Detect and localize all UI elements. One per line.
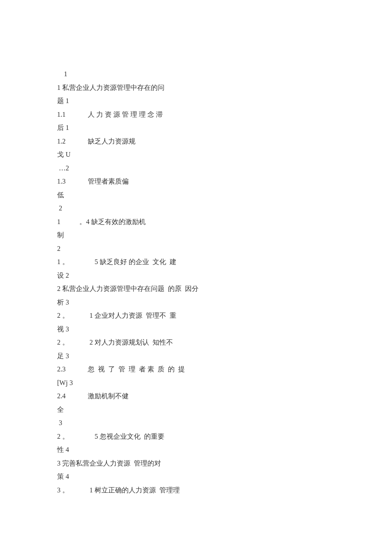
toc-line: 2 私营企业人力资源管理中存在问题 的原 因分 bbox=[57, 282, 335, 296]
toc-line: …2 bbox=[57, 161, 335, 175]
toc-line: 戈 U bbox=[57, 148, 335, 161]
toc-line: 2 bbox=[57, 201, 335, 215]
toc-line: 1 bbox=[57, 67, 335, 81]
toc-line: 全 bbox=[57, 403, 335, 417]
toc-line: 设 2 bbox=[57, 269, 335, 282]
toc-line: 策 4 bbox=[57, 470, 335, 483]
toc-line: 2.3 忽 视 了 管 理 者 素 质 的 提 bbox=[57, 362, 335, 376]
toc-line: 1 。 5 缺乏良好 的企业 文化 建 bbox=[57, 255, 335, 269]
document-page: 1 1 私营企业人力资源管理中存在的问 题 1 1.1 人 力 资 源 管 理 … bbox=[57, 67, 335, 497]
toc-line: 1 。4 缺乏有效的激励机 bbox=[57, 215, 335, 229]
toc-line: 视 3 bbox=[57, 322, 335, 336]
toc-line: 3 。 1 树立正确的人力资源 管理理 bbox=[57, 483, 335, 497]
toc-line: [Wj 3 bbox=[57, 376, 335, 390]
toc-line: 2 。 5 忽视企业文化 的重要 bbox=[57, 430, 335, 443]
toc-line: 题 1 bbox=[57, 94, 335, 108]
toc-line: 1.2 缺乏人力资源规 bbox=[57, 135, 335, 148]
toc-line: 1 私营企业人力资源管理中存在的问 bbox=[57, 81, 335, 95]
toc-line: 3 完善私营企业人力资源 管理的对 bbox=[57, 457, 335, 470]
toc-line: 1.3 管理者素质偏 bbox=[57, 175, 335, 188]
toc-line: 性 4 bbox=[57, 443, 335, 457]
toc-line: 2 。 2 对人力资源规划认 知性不 bbox=[57, 336, 335, 349]
toc-line: 2 bbox=[57, 242, 335, 256]
toc-line: 3 bbox=[57, 416, 335, 430]
toc-line: 2 。 1 企业对人力资源 管理不 重 bbox=[57, 309, 335, 322]
toc-line: 后 1 bbox=[57, 121, 335, 135]
toc-line: 2.4 激励机制不健 bbox=[57, 389, 335, 403]
toc-line: 低 bbox=[57, 188, 335, 202]
toc-line: 1.1 人 力 资 源 管 理 理 念 滞 bbox=[57, 108, 335, 121]
toc-line: 足 3 bbox=[57, 349, 335, 363]
toc-line: 制 bbox=[57, 228, 335, 242]
toc-line: 析 3 bbox=[57, 296, 335, 309]
